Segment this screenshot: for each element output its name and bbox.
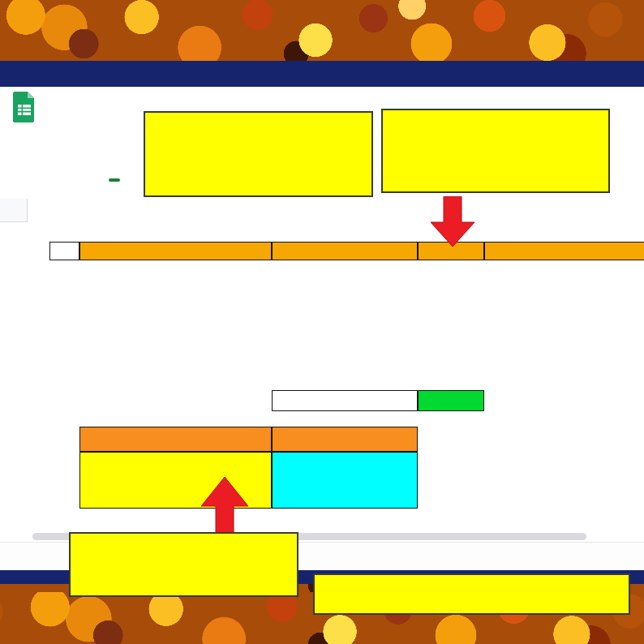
total-score-value[interactable] xyxy=(418,390,484,411)
cell-b2[interactable] xyxy=(49,242,79,260)
header-remark[interactable] xyxy=(484,242,644,260)
navy-band-top xyxy=(0,61,644,87)
red-arrow-up-icon xyxy=(201,477,248,534)
cell-d2[interactable] xyxy=(272,242,418,260)
callout-score xyxy=(381,109,610,193)
header-figo-stage[interactable] xyxy=(272,427,418,452)
header-criteria[interactable] xyxy=(79,427,272,452)
sheets-logo-icon xyxy=(13,92,36,122)
banner-made-by xyxy=(313,573,630,615)
page xyxy=(0,0,644,644)
header-prognostic-factor[interactable] xyxy=(79,242,272,260)
figo-stage-value[interactable] xyxy=(272,452,418,509)
red-arrow-down-icon xyxy=(431,196,474,247)
callout-factors xyxy=(144,111,373,197)
total-score-label[interactable] xyxy=(272,390,418,411)
xlsx-badge xyxy=(109,178,120,182)
spreadsheet-grid xyxy=(0,199,644,542)
select-all-corner[interactable] xyxy=(0,199,28,222)
autumn-leaves-top xyxy=(0,0,644,61)
callout-stage xyxy=(69,532,298,597)
